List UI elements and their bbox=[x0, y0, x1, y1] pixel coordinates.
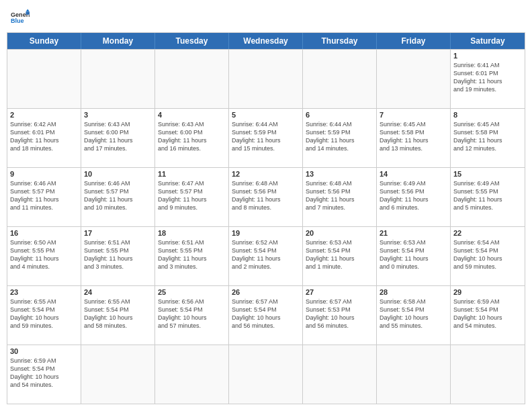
svg-marker-2 bbox=[26, 9, 30, 11]
day-info: Sunrise: 6:54 AM Sunset: 5:54 PM Dayligh… bbox=[453, 238, 522, 271]
calendar-row-0: 1Sunrise: 6:41 AM Sunset: 6:01 PM Daylig… bbox=[7, 49, 525, 108]
day-info: Sunrise: 6:44 AM Sunset: 5:59 PM Dayligh… bbox=[306, 120, 373, 153]
calendar-row-2: 9Sunrise: 6:46 AM Sunset: 5:57 PM Daylig… bbox=[7, 167, 525, 226]
day-cell-16: 16Sunrise: 6:50 AM Sunset: 5:55 PM Dayli… bbox=[7, 227, 81, 285]
day-cell-27: 27Sunrise: 6:57 AM Sunset: 5:53 PM Dayli… bbox=[303, 286, 377, 345]
svg-marker-3 bbox=[26, 12, 30, 15]
day-cell-17: 17Sunrise: 6:51 AM Sunset: 5:55 PM Dayli… bbox=[81, 227, 155, 285]
header-cell-sunday: Sunday bbox=[7, 33, 81, 49]
day-number: 9 bbox=[10, 170, 78, 178]
day-info: Sunrise: 6:45 AM Sunset: 5:58 PM Dayligh… bbox=[380, 120, 447, 153]
day-number: 12 bbox=[232, 170, 300, 178]
day-info: Sunrise: 6:59 AM Sunset: 5:54 PM Dayligh… bbox=[10, 357, 78, 390]
calendar-row-1: 2Sunrise: 6:42 AM Sunset: 6:01 PM Daylig… bbox=[7, 108, 525, 167]
day-number: 6 bbox=[306, 111, 373, 119]
day-cell-28: 28Sunrise: 6:58 AM Sunset: 5:54 PM Dayli… bbox=[377, 286, 451, 345]
day-cell-23: 23Sunrise: 6:55 AM Sunset: 5:54 PM Dayli… bbox=[7, 286, 81, 345]
day-number: 18 bbox=[158, 229, 226, 237]
day-number: 13 bbox=[306, 170, 373, 178]
day-number: 3 bbox=[84, 111, 152, 119]
day-info: Sunrise: 6:48 AM Sunset: 5:56 PM Dayligh… bbox=[306, 179, 373, 212]
day-info: Sunrise: 6:56 AM Sunset: 5:54 PM Dayligh… bbox=[158, 298, 226, 330]
day-info: Sunrise: 6:45 AM Sunset: 5:58 PM Dayligh… bbox=[453, 120, 522, 153]
day-cell-9: 9Sunrise: 6:46 AM Sunset: 5:57 PM Daylig… bbox=[7, 168, 81, 226]
header-cell-wednesday: Wednesday bbox=[229, 33, 303, 49]
day-cell-30: 30Sunrise: 6:59 AM Sunset: 5:54 PM Dayli… bbox=[7, 345, 81, 404]
day-info: Sunrise: 6:44 AM Sunset: 5:59 PM Dayligh… bbox=[232, 120, 300, 153]
day-number: 20 bbox=[306, 229, 373, 237]
empty-cell-0-3 bbox=[229, 50, 303, 108]
header-cell-friday: Friday bbox=[377, 33, 451, 49]
day-info: Sunrise: 6:53 AM Sunset: 5:54 PM Dayligh… bbox=[306, 238, 373, 271]
day-cell-11: 11Sunrise: 6:47 AM Sunset: 5:57 PM Dayli… bbox=[155, 168, 229, 226]
day-number: 25 bbox=[158, 288, 226, 296]
header-cell-saturday: Saturday bbox=[451, 33, 525, 49]
day-cell-14: 14Sunrise: 6:49 AM Sunset: 5:56 PM Dayli… bbox=[377, 168, 451, 226]
calendar-body: 1Sunrise: 6:41 AM Sunset: 6:01 PM Daylig… bbox=[7, 49, 525, 404]
day-cell-26: 26Sunrise: 6:57 AM Sunset: 5:54 PM Dayli… bbox=[229, 286, 303, 345]
day-number: 15 bbox=[453, 170, 522, 178]
day-cell-21: 21Sunrise: 6:53 AM Sunset: 5:54 PM Dayli… bbox=[377, 227, 451, 285]
day-info: Sunrise: 6:51 AM Sunset: 5:55 PM Dayligh… bbox=[158, 238, 226, 271]
day-info: Sunrise: 6:58 AM Sunset: 5:54 PM Dayligh… bbox=[380, 298, 447, 330]
day-cell-18: 18Sunrise: 6:51 AM Sunset: 5:55 PM Dayli… bbox=[155, 227, 229, 285]
day-number: 14 bbox=[380, 170, 447, 178]
day-info: Sunrise: 6:49 AM Sunset: 5:56 PM Dayligh… bbox=[380, 179, 447, 212]
empty-cell-0-5 bbox=[377, 50, 451, 108]
empty-cell-5-6 bbox=[451, 345, 525, 404]
day-info: Sunrise: 6:46 AM Sunset: 5:57 PM Dayligh… bbox=[84, 179, 152, 212]
day-cell-8: 8Sunrise: 6:45 AM Sunset: 5:58 PM Daylig… bbox=[451, 109, 525, 167]
calendar-row-4: 23Sunrise: 6:55 AM Sunset: 5:54 PM Dayli… bbox=[7, 285, 525, 345]
day-cell-24: 24Sunrise: 6:55 AM Sunset: 5:54 PM Dayli… bbox=[81, 286, 155, 345]
day-info: Sunrise: 6:51 AM Sunset: 5:55 PM Dayligh… bbox=[84, 238, 152, 271]
header-cell-monday: Monday bbox=[81, 33, 155, 49]
day-info: Sunrise: 6:49 AM Sunset: 5:55 PM Dayligh… bbox=[453, 179, 522, 212]
day-info: Sunrise: 6:55 AM Sunset: 5:54 PM Dayligh… bbox=[10, 298, 78, 330]
day-number: 5 bbox=[232, 111, 300, 119]
empty-cell-0-1 bbox=[81, 50, 155, 108]
empty-cell-5-3 bbox=[229, 345, 303, 404]
day-number: 7 bbox=[380, 111, 447, 119]
empty-cell-5-5 bbox=[377, 345, 451, 404]
day-cell-29: 29Sunrise: 6:59 AM Sunset: 5:54 PM Dayli… bbox=[451, 286, 525, 345]
day-info: Sunrise: 6:47 AM Sunset: 5:57 PM Dayligh… bbox=[158, 179, 226, 212]
day-info: Sunrise: 6:53 AM Sunset: 5:54 PM Dayligh… bbox=[380, 238, 447, 271]
day-number: 22 bbox=[453, 229, 522, 237]
day-info: Sunrise: 6:43 AM Sunset: 6:00 PM Dayligh… bbox=[84, 120, 152, 153]
day-number: 26 bbox=[232, 288, 300, 296]
day-number: 29 bbox=[453, 288, 522, 296]
day-number: 2 bbox=[10, 111, 78, 119]
day-number: 23 bbox=[10, 288, 78, 296]
day-cell-7: 7Sunrise: 6:45 AM Sunset: 5:58 PM Daylig… bbox=[377, 109, 451, 167]
day-number: 17 bbox=[84, 229, 152, 237]
day-cell-20: 20Sunrise: 6:53 AM Sunset: 5:54 PM Dayli… bbox=[303, 227, 377, 285]
empty-cell-5-2 bbox=[155, 345, 229, 404]
page: General Blue SundayMondayTuesdayWednesda… bbox=[0, 0, 532, 411]
day-cell-3: 3Sunrise: 6:43 AM Sunset: 6:00 PM Daylig… bbox=[81, 109, 155, 167]
empty-cell-0-2 bbox=[155, 50, 229, 108]
day-number: 4 bbox=[158, 111, 226, 119]
day-number: 10 bbox=[84, 170, 152, 178]
day-info: Sunrise: 6:46 AM Sunset: 5:57 PM Dayligh… bbox=[10, 179, 78, 212]
day-info: Sunrise: 6:50 AM Sunset: 5:55 PM Dayligh… bbox=[10, 238, 78, 271]
day-info: Sunrise: 6:42 AM Sunset: 6:01 PM Dayligh… bbox=[10, 120, 78, 153]
day-cell-15: 15Sunrise: 6:49 AM Sunset: 5:55 PM Dayli… bbox=[451, 168, 525, 226]
header-cell-tuesday: Tuesday bbox=[155, 33, 229, 49]
day-cell-12: 12Sunrise: 6:48 AM Sunset: 5:56 PM Dayli… bbox=[229, 168, 303, 226]
day-number: 27 bbox=[306, 288, 373, 296]
day-cell-2: 2Sunrise: 6:42 AM Sunset: 6:01 PM Daylig… bbox=[7, 109, 81, 167]
day-info: Sunrise: 6:55 AM Sunset: 5:54 PM Dayligh… bbox=[84, 298, 152, 330]
header: General Blue bbox=[0, 0, 532, 32]
day-number: 24 bbox=[84, 288, 152, 296]
day-cell-19: 19Sunrise: 6:52 AM Sunset: 5:54 PM Dayli… bbox=[229, 227, 303, 285]
day-number: 11 bbox=[158, 170, 226, 178]
day-cell-10: 10Sunrise: 6:46 AM Sunset: 5:57 PM Dayli… bbox=[81, 168, 155, 226]
header-cell-thursday: Thursday bbox=[303, 33, 377, 49]
day-info: Sunrise: 6:52 AM Sunset: 5:54 PM Dayligh… bbox=[232, 238, 300, 271]
generalblue-logo-icon: General Blue bbox=[11, 8, 30, 27]
day-info: Sunrise: 6:48 AM Sunset: 5:56 PM Dayligh… bbox=[232, 179, 300, 212]
day-info: Sunrise: 6:43 AM Sunset: 6:00 PM Dayligh… bbox=[158, 120, 226, 153]
day-info: Sunrise: 6:57 AM Sunset: 5:54 PM Dayligh… bbox=[232, 298, 300, 330]
calendar: SundayMondayTuesdayWednesdayThursdayFrid… bbox=[7, 32, 525, 404]
day-cell-1: 1Sunrise: 6:41 AM Sunset: 6:01 PM Daylig… bbox=[451, 50, 525, 108]
